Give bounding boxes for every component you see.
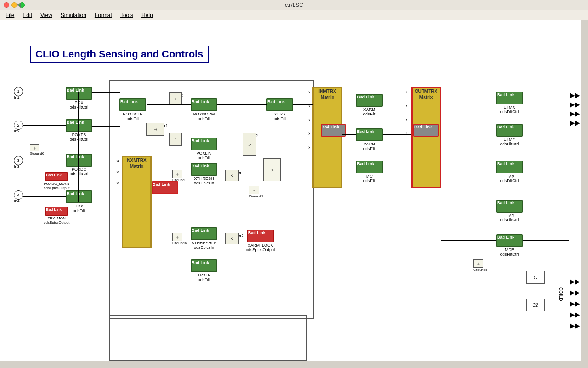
vline-left2: [78, 92, 79, 202]
block-constant1[interactable]: 32 Constant1: [526, 299, 545, 304]
line-out-etmy: [441, 130, 496, 130]
ground4-sym: ⏚ Ground4: [172, 233, 187, 245]
block-trxlp[interactable]: Bad Link TRXLPodsFilt: [191, 259, 217, 282]
menu-view[interactable]: View: [37, 11, 56, 19]
line-p1-pox: [23, 92, 66, 92]
ground5-sym: ⏚ Ground5: [473, 259, 487, 272]
diagram-title: CLIO Length Sensing and Controls: [30, 46, 209, 63]
block-constant4[interactable]: -C- Constant4: [526, 271, 545, 276]
block-nxmtrx[interactable]: NXMTRXMatrix: [122, 156, 152, 248]
block-itmx[interactable]: Bad Link ITMXodsFiltCtrl: [496, 161, 523, 184]
line-out-itmy: [441, 206, 496, 206]
window-title: ctr/LSC: [285, 2, 303, 8]
block-inmtrx[interactable]: INMTRXMatrix: [312, 87, 342, 188]
block-poxdclp[interactable]: Bad Link POXDCLPodsFilt: [119, 98, 146, 121]
block-mc[interactable]: Bad Link MCodsFilt: [356, 161, 383, 184]
block-poxdc-mon1[interactable]: Bad Link POXDC_MON1odsEpicsOutput: [44, 172, 69, 190]
ground1-sym: ⏚ Ground1: [249, 186, 263, 198]
coild-label: COILD: [558, 287, 563, 301]
output-arrows: ▶▶ ▶▶ ▶▶ ▶▶: [570, 92, 580, 126]
line-out-etmx: [441, 98, 496, 98]
port-in4-label: In4: [14, 199, 20, 203]
line-etmx-out: [523, 98, 569, 98]
block-mce[interactable]: Bad Link MCEodsFiltCtrl: [496, 234, 523, 257]
block-outmtrx[interactable]: OUTMTRXMatrix: [411, 87, 441, 188]
choice2[interactable]: ⊃ Choice2: [243, 133, 258, 138]
menu-format[interactable]: Format: [91, 11, 116, 19]
line-itmx-out: [523, 167, 569, 167]
scrollbar-horizontal[interactable]: [0, 361, 581, 368]
menu-help[interactable]: Help: [138, 11, 157, 19]
canvas-area[interactable]: CLIO Length Sensing and Controls 1 In1 2…: [0, 20, 581, 361]
inmtrx-left-arrows: › › › › ›: [308, 89, 310, 150]
block-xerr[interactable]: Bad Link XERRodsFilt: [266, 98, 293, 121]
vline-left1: [46, 92, 46, 126]
line-p3-poxdc: [23, 160, 66, 160]
divide[interactable]: ÷ Divide: [169, 133, 181, 138]
line-etmy-out: [523, 130, 569, 130]
port-in3-label: In3: [14, 164, 20, 169]
block-etmx[interactable]: Bad Link ETMXodsFiltCtrl: [496, 92, 523, 115]
block-outmtrx-inner[interactable]: Bad Link: [413, 124, 439, 137]
port-in1: 1: [14, 87, 23, 96]
menu-simulation[interactable]: Simulation: [57, 11, 90, 19]
line-mce-out: [523, 240, 569, 241]
line-itmy-out: [523, 206, 569, 206]
block-trx[interactable]: Bad Link TRXodsFilt: [66, 190, 92, 213]
divide2[interactable]: × Divide2: [169, 92, 183, 98]
line-poxnorm-xerr: [217, 104, 267, 105]
operator2[interactable]: ≤ Operator2: [225, 233, 244, 238]
line-out-mce: [441, 240, 496, 241]
port-in2-label: In2: [14, 129, 20, 133]
block-etmy[interactable]: Bad Link ETMYodsFiltCtrl: [496, 124, 523, 147]
vline-right-main: [570, 92, 570, 253]
line-p4-trx: [23, 196, 66, 197]
coild-arrows: ▶▶ ▶▶ ▶▶ ▶▶ ▶▶: [570, 278, 580, 329]
window-controls[interactable]: [4, 2, 25, 8]
line-inmtrx-mc: [342, 167, 356, 167]
title-bar: X| ctr/LSC: [0, 0, 588, 10]
block-poxnorm[interactable]: Bad Link POXNORModsFilt: [191, 98, 217, 121]
outmtrx-left-arrows: › › › ›: [406, 89, 407, 136]
block-poxdc[interactable]: Bad Link POXDCodsFiltCtrl: [66, 154, 92, 177]
scrollbar-vertical[interactable]: [581, 20, 588, 361]
block-xarm[interactable]: Bad Link XARModsFilt: [356, 94, 383, 117]
port-in2: 2: [14, 121, 23, 130]
line-poxfb-out: [92, 126, 120, 126]
line-poxdclp-divide2: [147, 104, 191, 105]
line-p2-poxfb: [23, 125, 66, 126]
block-poxfb[interactable]: Bad Link POXFBodsFiltCtrl: [66, 119, 92, 142]
ground6-label: ⏚ Ground6: [30, 144, 44, 155]
port-in3: 3: [14, 156, 23, 165]
terminator1[interactable]: ⊣ Terminator1: [146, 123, 168, 128]
block-itmy[interactable]: Bad Link ITMYodsFiltCtrl: [496, 200, 523, 223]
sub-diagram-bottom: [109, 315, 307, 361]
block-xthresh[interactable]: Bad Link XTHRESHodsEpicsIn: [191, 163, 217, 186]
block-xarm-lock[interactable]: Bad Link XARM_LOCKodsEpicsOutput: [246, 230, 275, 253]
app-icon: X|: [17, 2, 21, 8]
menu-bar: File Edit View Simulation Format Tools H…: [0, 10, 588, 20]
choice-label-area: ▷ Choice: [263, 158, 276, 164]
line-inmtrx-yarm: [342, 134, 356, 135]
close-button[interactable]: [4, 2, 9, 8]
menu-edit[interactable]: Edit: [19, 11, 36, 19]
block-pox[interactable]: Bad Link POXodsFiltCtrl: [66, 87, 92, 110]
menu-tools[interactable]: Tools: [117, 11, 137, 19]
line-mc-outmtrx: [383, 167, 411, 167]
block-yarm[interactable]: Bad Link YARModsFilt: [356, 128, 383, 151]
line-pox-out: [92, 92, 120, 93]
menu-file[interactable]: File: [2, 11, 18, 19]
port-in1-label: In1: [14, 95, 20, 100]
port-in4: 4: [14, 190, 23, 200]
operator1[interactable]: ≤ Operator: [225, 170, 242, 175]
block-nxmtrx-inner[interactable]: Bad Link: [152, 181, 178, 194]
block-xthreshlp[interactable]: Bad Link XTHRESHLPodsEpicsIn: [191, 227, 217, 250]
block-poxlin[interactable]: Bad Link POXLINodsFilt: [191, 138, 217, 161]
line-out-itmx: [441, 167, 496, 167]
nxmtrx-left-arrows: × × ×: [116, 158, 119, 186]
ground-sym: ⏚ Ground: [172, 170, 185, 182]
block-trx-mon[interactable]: Bad Link TRX_MONodsEpicsOutput: [44, 207, 69, 225]
line-divide-poxlin: [147, 140, 191, 140]
line-inmtrx-xarm: [342, 100, 356, 100]
